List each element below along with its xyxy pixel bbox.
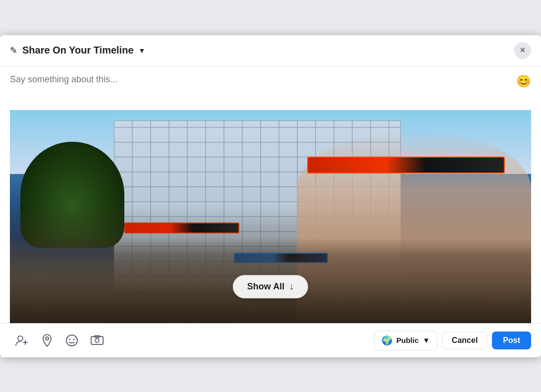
modal-footer: 🌍 Public ▼ Cancel Post <box>0 323 541 357</box>
glasses-right <box>307 157 505 173</box>
svg-point-5 <box>69 338 71 340</box>
location-button[interactable] <box>36 330 58 351</box>
modal-header: ✎ Share On Your Timeline ▼ × <box>0 35 541 66</box>
title-dropdown-arrow[interactable]: ▼ <box>139 47 146 55</box>
tag-friends-button[interactable] <box>10 330 34 351</box>
audience-selector[interactable]: 🌍 Public ▼ <box>374 331 437 350</box>
show-all-arrow: ↓ <box>289 281 294 292</box>
share-modal: ✎ Share On Your Timeline ▼ × 😊 <box>0 35 541 357</box>
cancel-button[interactable]: Cancel <box>442 332 487 349</box>
share-icon: ✎ <box>10 45 17 56</box>
post-button[interactable]: Post <box>492 332 531 349</box>
footer-actions <box>10 330 109 351</box>
audience-label: Public <box>396 336 419 344</box>
glasses-left <box>124 223 239 233</box>
modal-title: Share On Your Timeline <box>22 45 134 56</box>
svg-point-8 <box>95 338 99 342</box>
svg-point-0 <box>18 336 23 341</box>
header-left: ✎ Share On Your Timeline ▼ <box>10 45 145 56</box>
svg-point-4 <box>66 335 77 346</box>
photo-icon <box>90 335 104 346</box>
modal-body: 😊 Show All ↓ <box>0 66 541 323</box>
globe-icon: 🌍 <box>381 335 392 346</box>
svg-point-3 <box>46 337 49 340</box>
tag-friends-icon <box>15 334 29 347</box>
location-icon <box>41 334 54 347</box>
emoji-button[interactable]: 😊 <box>512 74 531 88</box>
photo-video-button[interactable] <box>85 331 109 350</box>
svg-point-6 <box>73 338 75 340</box>
close-button[interactable]: × <box>514 42 531 59</box>
show-all-label: Show All <box>247 281 284 292</box>
audience-dropdown-arrow: ▼ <box>423 336 430 344</box>
feeling-icon <box>65 334 78 347</box>
text-area-container: 😊 <box>10 74 531 110</box>
feeling-button[interactable] <box>60 330 83 351</box>
show-all-button[interactable]: Show All ↓ <box>233 275 308 298</box>
post-text-input[interactable] <box>10 74 512 104</box>
footer-right: 🌍 Public ▼ Cancel Post <box>374 331 531 350</box>
photo-preview: Show All ↓ <box>10 110 531 323</box>
